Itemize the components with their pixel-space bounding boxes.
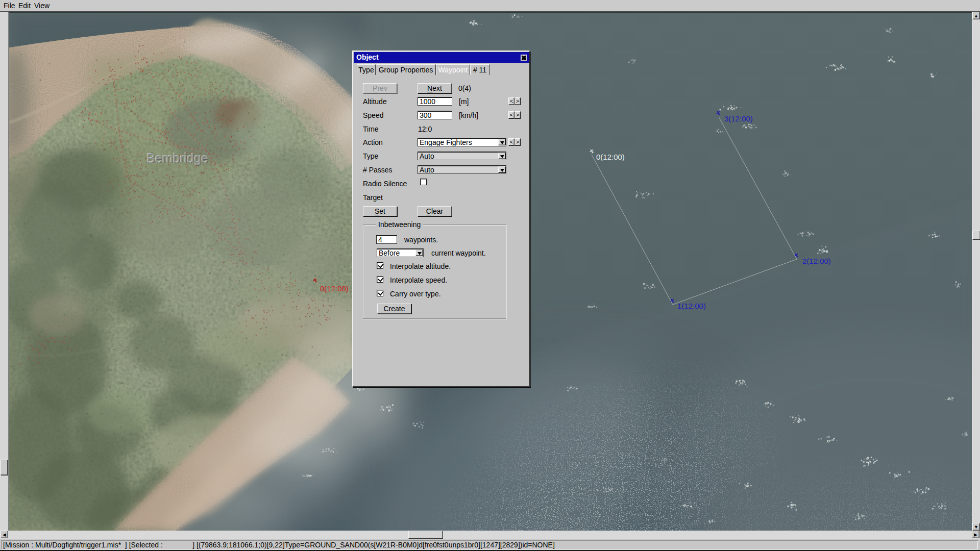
svg-text:3(12:00): 3(12:00) xyxy=(724,114,753,123)
svg-text:0(12:00): 0(12:00) xyxy=(596,153,625,161)
svg-text:1(12:00): 1(12:00) xyxy=(677,302,706,310)
svg-text:Bembridge: Bembridge xyxy=(146,151,208,165)
svg-text:0(12:00): 0(12:00) xyxy=(320,284,349,293)
svg-text:2(12:00): 2(12:00) xyxy=(802,257,831,265)
